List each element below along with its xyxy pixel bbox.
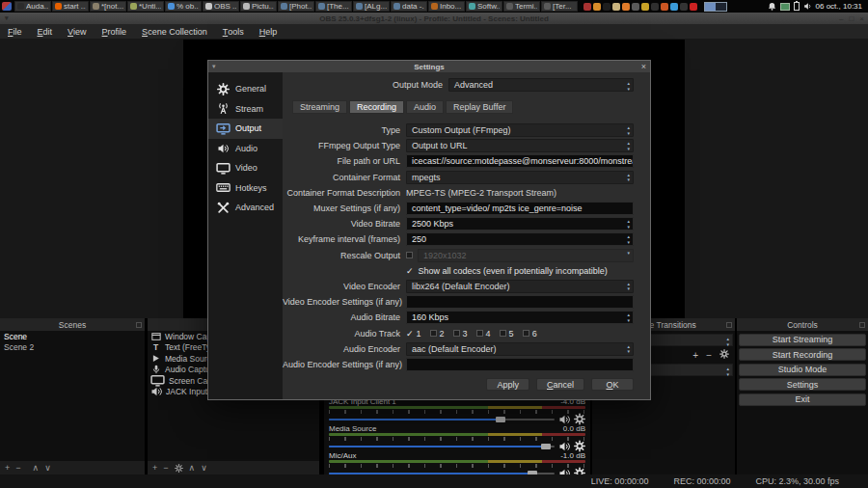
menu-profile[interactable]: Profile xyxy=(95,24,135,39)
audio-track-4-checkbox[interactable]: 4 xyxy=(476,329,491,339)
taskbar-window-not[interactable]: *[not... xyxy=(90,1,126,12)
video-encoder-combo[interactable]: libx264 (Default Encoder)▴▾ xyxy=(406,280,634,293)
tray-icon[interactable] xyxy=(622,3,630,11)
launcher-icon[interactable] xyxy=(2,2,12,11)
audio-track-3-checkbox[interactable]: 3 xyxy=(453,329,468,339)
add-scene-button[interactable]: + xyxy=(5,463,10,473)
taskbar-window-ter[interactable]: [Ter... xyxy=(541,1,578,12)
audio-bitrate-spin[interactable]: 160 Kbps▴▾ xyxy=(406,311,634,324)
taskbar-window-phot[interactable]: [Phot... xyxy=(278,1,314,12)
container-format-combo[interactable]: mpegts▴▾ xyxy=(406,171,634,184)
taskbar-window-start[interactable]: start ... xyxy=(52,1,89,12)
menu-view[interactable]: View xyxy=(60,24,95,39)
scene-up-button[interactable]: ∧ xyxy=(33,463,40,473)
tray-icon[interactable] xyxy=(603,3,610,11)
tab-streaming[interactable]: Streaming xyxy=(292,100,347,114)
minimize-icon[interactable]: – xyxy=(839,14,843,23)
apply-button[interactable]: Apply xyxy=(486,378,529,391)
file-path-or-url-input[interactable]: icecast://source:motdepasse@monserveur:8… xyxy=(406,154,634,168)
slider-handle[interactable] xyxy=(496,417,505,423)
rescale-output-checkbox[interactable] xyxy=(406,252,413,258)
menu-edit[interactable]: Edit xyxy=(30,24,61,39)
workspace-switcher[interactable] xyxy=(704,2,727,12)
taskbar-window-ob[interactable]: % ob... xyxy=(165,1,202,12)
obs-window-titlebar[interactable]: ▾ OBS 25.0.3+dfsg1-2 (linux) - Profile: … xyxy=(0,13,868,24)
tab-recording[interactable]: Recording xyxy=(349,100,404,114)
source-up-button[interactable]: ∧ xyxy=(189,463,196,473)
tray-icon[interactable] xyxy=(641,3,649,11)
slider-handle[interactable] xyxy=(541,444,551,450)
settings-nav-output[interactable]: Output xyxy=(208,119,283,139)
volume-slider[interactable] xyxy=(329,415,555,424)
show-all-codecs-even-if-potentially-incompatible-checkbox[interactable]: ✓Show all codecs (even if potentially in… xyxy=(406,266,634,276)
taskbar-window-softw[interactable]: Softw... xyxy=(466,1,502,12)
settings-button[interactable]: Settings xyxy=(739,378,866,391)
menu-scene-collection[interactable]: Scene Collection xyxy=(134,24,215,39)
dialog-close-icon[interactable]: × xyxy=(641,62,646,71)
video-encoder-settings-if-any-input[interactable] xyxy=(406,295,634,309)
workspace-active[interactable] xyxy=(705,3,716,11)
scene-down-button[interactable]: ∨ xyxy=(44,463,51,473)
tray-icon[interactable] xyxy=(651,3,659,11)
settings-nav-stream[interactable]: Stream xyxy=(208,99,283,120)
settings-nav-video[interactable]: Video xyxy=(208,158,283,178)
dock-float-icon[interactable] xyxy=(859,322,865,328)
taskbar-window-pictu[interactable]: Pictu... xyxy=(240,1,277,12)
settings-dialog-titlebar[interactable]: ▾ Settings × xyxy=(208,61,650,72)
remove-scene-button[interactable]: − xyxy=(15,463,20,473)
display-tray-icon[interactable] xyxy=(780,3,790,11)
taskbar-window-the[interactable]: [The... xyxy=(315,1,352,12)
close-icon[interactable]: × xyxy=(859,14,864,23)
menu-file[interactable]: File xyxy=(0,24,30,39)
muxer-settings-if-any-input[interactable]: content_type=video/ mp2ts ice_genre=nois… xyxy=(406,202,634,215)
settings-nav-general[interactable]: General xyxy=(208,79,283,99)
clock[interactable]: 06 oct., 10:31 xyxy=(816,2,862,11)
controls-dock-header[interactable]: Controls xyxy=(737,318,868,331)
start-recording-button[interactable]: Start Recording xyxy=(739,348,866,361)
scenes-dock-header[interactable]: Scenes xyxy=(0,318,145,331)
volume-icon[interactable] xyxy=(803,2,812,11)
tab-audio[interactable]: Audio xyxy=(406,100,444,114)
source-properties-gear-icon[interactable] xyxy=(175,464,183,473)
type-combo[interactable]: Custom Output (FFmpeg)▴▾ xyxy=(406,123,634,137)
dock-float-icon[interactable] xyxy=(136,322,142,328)
taskbar-window-unti[interactable]: *Unti... xyxy=(127,1,164,12)
rescale-output-combo[interactable]: 1920x1032▾ xyxy=(418,249,634,262)
start-streaming-button[interactable]: Start Streaming xyxy=(739,334,866,346)
taskbar-window-data[interactable]: data -... xyxy=(391,1,427,12)
cancel-button[interactable]: Cancel xyxy=(536,378,584,391)
settings-nav-advanced[interactable]: Advanced xyxy=(208,198,283,218)
output-mode-combo[interactable]: Advanced ▴▾ xyxy=(448,78,634,92)
taskbar-window-alg[interactable]: [ALg... xyxy=(353,1,390,12)
add-source-button[interactable]: + xyxy=(152,463,157,473)
audio-track-2-checkbox[interactable]: 2 xyxy=(430,329,445,339)
mute-speaker-icon[interactable] xyxy=(558,441,570,452)
tray-icon[interactable] xyxy=(583,3,591,11)
window-menu-icon[interactable]: ▾ xyxy=(5,14,9,22)
settings-nav-hotkeys[interactable]: Hotkeys xyxy=(208,178,283,199)
dock-float-icon[interactable] xyxy=(726,322,732,328)
ffmpeg-output-type-combo[interactable]: Output to URL▴▾ xyxy=(406,139,634,152)
studio-mode-button[interactable]: Studio Mode xyxy=(739,364,866,376)
taskbar-window-obs[interactable]: OBS ... xyxy=(203,1,239,12)
audio-encoder-combo[interactable]: aac (Default Encoder)▴▾ xyxy=(406,342,634,356)
video-bitrate-spin[interactable]: 2500 Kbps▴▾ xyxy=(406,217,634,230)
tray-icon[interactable] xyxy=(612,3,620,11)
tray-icon[interactable] xyxy=(593,3,601,11)
menu-help[interactable]: Help xyxy=(252,24,285,39)
tray-icon[interactable] xyxy=(632,3,639,11)
tray-icon[interactable] xyxy=(690,3,697,11)
keyframe-interval-frames-spin[interactable]: 250▴▾ xyxy=(406,232,634,246)
settings-nav-audio[interactable]: Audio xyxy=(208,139,283,159)
scene-item-scene-2[interactable]: Scene 2 xyxy=(0,341,145,352)
exit-button[interactable]: Exit xyxy=(739,393,866,406)
dialog-menu-icon[interactable]: ▾ xyxy=(212,63,216,70)
workspace-inactive[interactable] xyxy=(716,3,726,11)
tray-icon[interactable] xyxy=(661,3,668,11)
scene-item-scene[interactable]: Scene xyxy=(0,331,145,341)
taskbar-window-termi[interactable]: Termi... xyxy=(503,1,540,12)
remove-transition-button[interactable]: − xyxy=(706,350,712,361)
transition-properties-gear-icon[interactable] xyxy=(719,349,729,361)
maximize-icon[interactable]: □ xyxy=(849,14,854,23)
audio-track-1-checkbox[interactable]: ✓1 xyxy=(406,329,421,339)
